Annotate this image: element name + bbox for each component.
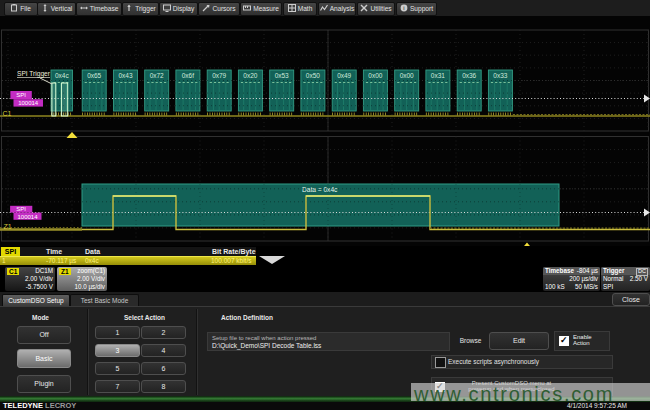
svg-text:0x6f: 0x6f bbox=[182, 72, 194, 79]
svg-text:0x72: 0x72 bbox=[150, 72, 164, 79]
svg-text:Data = 0x4c: Data = 0x4c bbox=[302, 186, 338, 193]
svg-text:0x4c: 0x4c bbox=[55, 72, 69, 79]
svg-text:C1: C1 bbox=[3, 110, 12, 117]
svg-text:SPI Trigger: SPI Trigger bbox=[17, 70, 51, 78]
svg-text:0x65: 0x65 bbox=[87, 72, 101, 79]
svg-text:0x53: 0x53 bbox=[275, 72, 289, 79]
svg-text:0x50: 0x50 bbox=[306, 72, 320, 79]
svg-text:SPI: SPI bbox=[16, 206, 26, 212]
svg-text:0x36: 0x36 bbox=[462, 72, 476, 79]
svg-text:0x00: 0x00 bbox=[368, 72, 382, 79]
svg-text:100014: 100014 bbox=[18, 100, 39, 106]
svg-text:100014: 100014 bbox=[17, 214, 38, 220]
svg-text:Z1: Z1 bbox=[4, 223, 12, 230]
svg-text:0x43: 0x43 bbox=[118, 72, 132, 79]
svg-text:0x00: 0x00 bbox=[400, 72, 414, 79]
svg-text:0x20: 0x20 bbox=[243, 72, 257, 79]
svg-text:0x33: 0x33 bbox=[493, 72, 507, 79]
svg-text:0x49: 0x49 bbox=[337, 72, 351, 79]
svg-text:0x79: 0x79 bbox=[212, 72, 226, 79]
svg-text:i: i bbox=[403, 5, 404, 11]
svg-text:SPI: SPI bbox=[16, 92, 26, 98]
svg-text:0x31: 0x31 bbox=[431, 72, 445, 79]
